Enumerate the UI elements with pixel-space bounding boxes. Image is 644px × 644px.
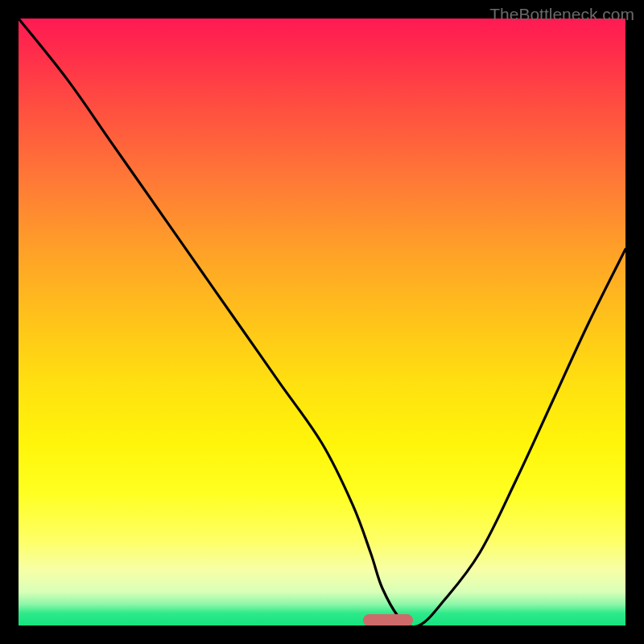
bottleneck-curve <box>19 19 625 625</box>
chart-plot-area <box>19 19 625 625</box>
optimum-marker <box>363 614 413 625</box>
watermark-text: TheBottleneck.com <box>489 5 634 24</box>
